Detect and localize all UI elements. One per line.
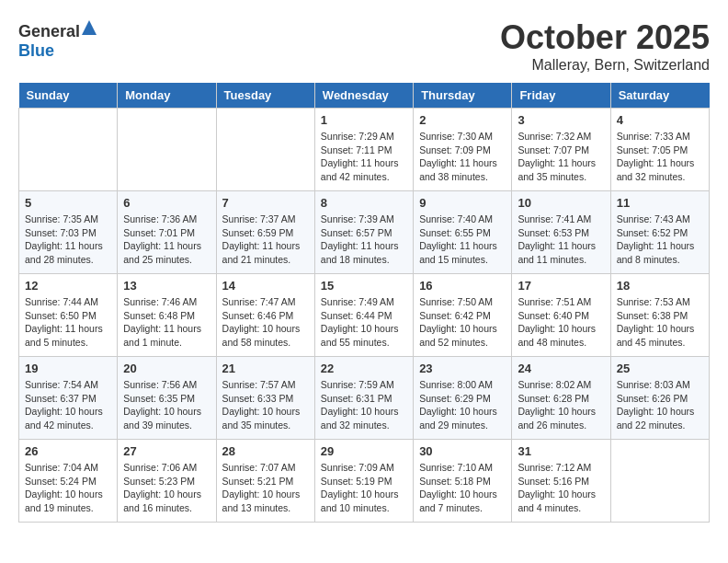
- calendar-table: SundayMondayTuesdayWednesdayThursdayFrid…: [18, 83, 710, 523]
- calendar-cell: 29Sunrise: 7:09 AM Sunset: 5:19 PM Dayli…: [314, 440, 413, 523]
- week-row-5: 26Sunrise: 7:04 AM Sunset: 5:24 PM Dayli…: [19, 440, 710, 523]
- calendar-cell: 25Sunrise: 8:03 AM Sunset: 6:26 PM Dayli…: [610, 357, 709, 440]
- calendar-cell: 14Sunrise: 7:47 AM Sunset: 6:46 PM Dayli…: [216, 274, 314, 357]
- calendar-cell: 31Sunrise: 7:12 AM Sunset: 5:16 PM Dayli…: [512, 440, 610, 523]
- logo-blue: Blue: [18, 41, 54, 60]
- day-number: 13: [123, 279, 210, 293]
- day-number: 15: [321, 279, 407, 293]
- day-info: Sunrise: 7:57 AM Sunset: 6:33 PM Dayligh…: [222, 378, 309, 432]
- day-info: Sunrise: 7:09 AM Sunset: 5:19 PM Dayligh…: [321, 461, 407, 515]
- calendar-cell: [610, 440, 709, 523]
- day-header-tuesday: Tuesday: [216, 83, 314, 109]
- day-number: 30: [419, 444, 506, 458]
- day-number: 2: [419, 113, 506, 127]
- day-header-saturday: Saturday: [610, 83, 709, 109]
- day-info: Sunrise: 7:41 AM Sunset: 6:53 PM Dayligh…: [518, 213, 604, 267]
- svg-marker-0: [82, 20, 97, 35]
- day-info: Sunrise: 7:51 AM Sunset: 6:40 PM Dayligh…: [518, 295, 604, 350]
- day-info: Sunrise: 7:37 AM Sunset: 6:59 PM Dayligh…: [222, 213, 309, 267]
- calendar-cell: [19, 109, 118, 191]
- day-number: 22: [321, 362, 407, 375]
- calendar-cell: 27Sunrise: 7:06 AM Sunset: 5:23 PM Dayli…: [118, 440, 216, 523]
- day-number: 7: [222, 196, 309, 210]
- day-number: 23: [419, 362, 506, 375]
- day-header-friday: Friday: [512, 83, 610, 109]
- calendar-cell: 21Sunrise: 7:57 AM Sunset: 6:33 PM Dayli…: [216, 357, 314, 440]
- day-number: 6: [123, 196, 210, 210]
- month-title: October 2025: [500, 18, 710, 57]
- day-number: 8: [321, 196, 407, 210]
- calendar-cell: 28Sunrise: 7:07 AM Sunset: 5:21 PM Dayli…: [216, 440, 314, 523]
- day-info: Sunrise: 7:33 AM Sunset: 7:05 PM Dayligh…: [617, 130, 703, 184]
- day-info: Sunrise: 7:43 AM Sunset: 6:52 PM Dayligh…: [617, 213, 703, 267]
- day-header-sunday: Sunday: [19, 83, 118, 109]
- day-number: 24: [518, 362, 604, 375]
- week-row-4: 19Sunrise: 7:54 AM Sunset: 6:37 PM Dayli…: [19, 357, 710, 440]
- calendar-cell: 30Sunrise: 7:10 AM Sunset: 5:18 PM Dayli…: [414, 440, 512, 523]
- calendar-cell: 13Sunrise: 7:46 AM Sunset: 6:48 PM Dayli…: [118, 274, 216, 357]
- day-number: 27: [123, 444, 210, 458]
- calendar-cell: 22Sunrise: 7:59 AM Sunset: 6:31 PM Dayli…: [314, 357, 413, 440]
- day-info: Sunrise: 7:39 AM Sunset: 6:57 PM Dayligh…: [321, 213, 407, 267]
- calendar-cell: 26Sunrise: 7:04 AM Sunset: 5:24 PM Dayli…: [19, 440, 118, 523]
- day-info: Sunrise: 7:07 AM Sunset: 5:21 PM Dayligh…: [222, 461, 309, 515]
- day-info: Sunrise: 7:56 AM Sunset: 6:35 PM Dayligh…: [123, 378, 210, 432]
- day-info: Sunrise: 7:54 AM Sunset: 6:37 PM Dayligh…: [25, 378, 111, 432]
- calendar-cell: 9Sunrise: 7:40 AM Sunset: 6:55 PM Daylig…: [414, 191, 512, 274]
- day-info: Sunrise: 7:46 AM Sunset: 6:48 PM Dayligh…: [123, 295, 210, 350]
- day-number: 12: [25, 279, 111, 293]
- week-row-3: 12Sunrise: 7:44 AM Sunset: 6:50 PM Dayli…: [19, 274, 710, 357]
- calendar-cell: 1Sunrise: 7:29 AM Sunset: 7:11 PM Daylig…: [314, 109, 413, 191]
- day-number: 25: [617, 362, 703, 375]
- calendar-cell: 4Sunrise: 7:33 AM Sunset: 7:05 PM Daylig…: [610, 109, 709, 191]
- day-info: Sunrise: 7:59 AM Sunset: 6:31 PM Dayligh…: [321, 378, 407, 432]
- day-info: Sunrise: 7:35 AM Sunset: 7:03 PM Dayligh…: [25, 213, 111, 267]
- day-info: Sunrise: 7:47 AM Sunset: 6:46 PM Dayligh…: [222, 295, 309, 350]
- day-info: Sunrise: 8:03 AM Sunset: 6:26 PM Dayligh…: [617, 378, 703, 432]
- day-info: Sunrise: 8:02 AM Sunset: 6:28 PM Dayligh…: [518, 378, 604, 432]
- day-info: Sunrise: 7:12 AM Sunset: 5:16 PM Dayligh…: [518, 461, 604, 515]
- day-info: Sunrise: 7:29 AM Sunset: 7:11 PM Dayligh…: [321, 130, 407, 184]
- calendar-cell: 15Sunrise: 7:49 AM Sunset: 6:44 PM Dayli…: [314, 274, 413, 357]
- calendar-cell: 7Sunrise: 7:37 AM Sunset: 6:59 PM Daylig…: [216, 191, 314, 274]
- logo: General Blue: [18, 18, 98, 61]
- day-info: Sunrise: 7:44 AM Sunset: 6:50 PM Dayligh…: [25, 295, 111, 350]
- day-number: 10: [518, 196, 604, 210]
- day-info: Sunrise: 7:10 AM Sunset: 5:18 PM Dayligh…: [419, 461, 506, 515]
- day-header-wednesday: Wednesday: [314, 83, 413, 109]
- calendar-cell: 18Sunrise: 7:53 AM Sunset: 6:38 PM Dayli…: [610, 274, 709, 357]
- day-number: 4: [617, 113, 703, 127]
- calendar-cell: 12Sunrise: 7:44 AM Sunset: 6:50 PM Dayli…: [19, 274, 118, 357]
- day-info: Sunrise: 7:06 AM Sunset: 5:23 PM Dayligh…: [123, 461, 210, 515]
- day-info: Sunrise: 7:04 AM Sunset: 5:24 PM Dayligh…: [25, 461, 111, 515]
- day-info: Sunrise: 7:50 AM Sunset: 6:42 PM Dayligh…: [419, 295, 506, 350]
- page-header: General Blue October 2025 Malleray, Bern…: [18, 18, 710, 74]
- calendar-cell: 24Sunrise: 8:02 AM Sunset: 6:28 PM Dayli…: [512, 357, 610, 440]
- week-row-2: 5Sunrise: 7:35 AM Sunset: 7:03 PM Daylig…: [19, 191, 710, 274]
- calendar-cell: 6Sunrise: 7:36 AM Sunset: 7:01 PM Daylig…: [118, 191, 216, 274]
- title-block: October 2025 Malleray, Bern, Switzerland: [500, 18, 710, 74]
- calendar-cell: 10Sunrise: 7:41 AM Sunset: 6:53 PM Dayli…: [512, 191, 610, 274]
- day-number: 14: [222, 279, 309, 293]
- day-number: 11: [617, 196, 703, 210]
- day-info: Sunrise: 7:40 AM Sunset: 6:55 PM Dayligh…: [419, 213, 506, 267]
- day-info: Sunrise: 8:00 AM Sunset: 6:29 PM Dayligh…: [419, 378, 506, 432]
- day-number: 26: [25, 444, 111, 458]
- calendar-cell: [118, 109, 216, 191]
- day-header-thursday: Thursday: [414, 83, 512, 109]
- day-info: Sunrise: 7:53 AM Sunset: 6:38 PM Dayligh…: [617, 295, 703, 350]
- day-number: 18: [617, 279, 703, 293]
- day-number: 17: [518, 279, 604, 293]
- day-info: Sunrise: 7:32 AM Sunset: 7:07 PM Dayligh…: [518, 130, 604, 184]
- week-row-1: 1Sunrise: 7:29 AM Sunset: 7:11 PM Daylig…: [19, 109, 710, 191]
- day-number: 20: [123, 362, 210, 375]
- calendar-cell: 17Sunrise: 7:51 AM Sunset: 6:40 PM Dayli…: [512, 274, 610, 357]
- calendar-cell: 2Sunrise: 7:30 AM Sunset: 7:09 PM Daylig…: [414, 109, 512, 191]
- day-number: 19: [25, 362, 111, 375]
- header-row: SundayMondayTuesdayWednesdayThursdayFrid…: [19, 83, 710, 109]
- day-number: 3: [518, 113, 604, 127]
- calendar-cell: 23Sunrise: 8:00 AM Sunset: 6:29 PM Dayli…: [414, 357, 512, 440]
- day-number: 21: [222, 362, 309, 375]
- location: Malleray, Bern, Switzerland: [500, 57, 710, 74]
- calendar-cell: 11Sunrise: 7:43 AM Sunset: 6:52 PM Dayli…: [610, 191, 709, 274]
